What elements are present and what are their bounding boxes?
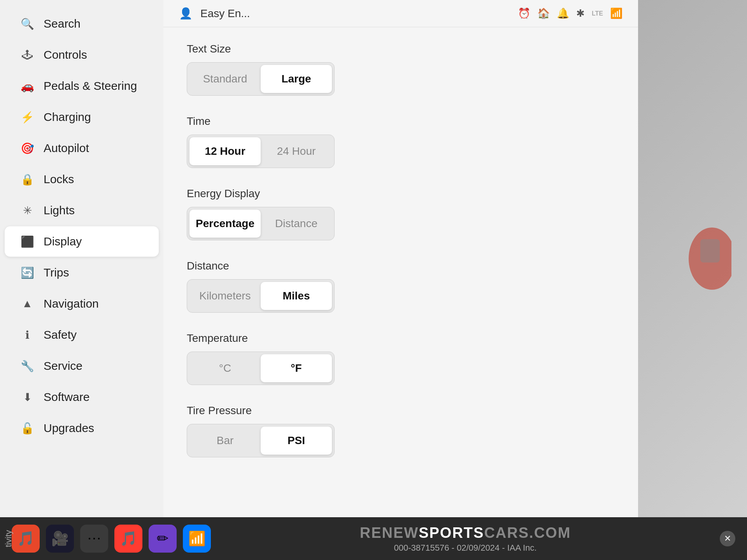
sidebar-item-upgrades[interactable]: 🔓 Upgrades — [5, 413, 159, 443]
sidebar-item-label: Safety — [44, 328, 77, 341]
taskbar-apps: 🎵 🎥 ⋯ 🎵 ✏ 📶 — [12, 525, 211, 553]
software-icon: ⬇ — [20, 391, 34, 404]
distance-section: Distance Kilometers Miles — [187, 260, 615, 313]
tire-pressure-label: Tire Pressure — [187, 404, 615, 417]
time-section: Time 12 Hour 24 Hour — [187, 115, 615, 168]
temperature-fahrenheit-btn[interactable]: °F — [261, 354, 332, 382]
taskbar-right: ✕ — [720, 531, 735, 546]
sidebar-item-locks[interactable]: 🔒 Locks — [5, 164, 159, 194]
app6-icon: 📶 — [188, 530, 206, 547]
energy-percentage-btn[interactable]: Percentage — [189, 210, 261, 238]
sidebar-item-label: Locks — [44, 173, 74, 186]
watermark: RENEWSPORTSCARS.COM — [360, 525, 571, 541]
safety-icon: ℹ — [20, 329, 34, 341]
watermark-cars: CARS.COM — [484, 525, 571, 541]
autopilot-icon: 🎯 — [20, 142, 34, 155]
display-icon: ⬛ — [20, 235, 34, 248]
sidebar-item-software[interactable]: ⬇ Software — [5, 382, 159, 412]
sidebar-item-label: Autopilot — [44, 142, 89, 155]
tire-pressure-bar-btn[interactable]: Bar — [189, 427, 261, 455]
temperature-label: Temperature — [187, 332, 615, 345]
taskbar: tivity 🎵 🎥 ⋯ 🎵 ✏ 📶 RENEWSPORTSCARS.COM 0… — [0, 517, 747, 560]
taskbar-app-5[interactable]: ✏ — [149, 525, 177, 553]
time-12hour-btn[interactable]: 12 Hour — [189, 137, 261, 165]
distance-miles-btn[interactable]: Miles — [261, 282, 332, 310]
app3-icon: ⋯ — [87, 530, 101, 547]
taskbar-app-4[interactable]: 🎵 — [114, 525, 142, 553]
sidebar-item-label: Controls — [44, 48, 87, 61]
sidebar-item-trips[interactable]: 🔄 Trips — [5, 257, 159, 288]
taskbar-app-2[interactable]: 🎥 — [46, 525, 74, 553]
app1-icon: 🎵 — [17, 530, 35, 547]
tire-pressure-psi-btn[interactable]: PSI — [261, 427, 332, 455]
alarm-icon[interactable]: ⏰ — [518, 7, 530, 19]
watermark-sports: SPORTS — [419, 525, 484, 541]
lights-icon: ✳ — [20, 204, 34, 217]
sidebar: 🔍 Search 🕹 Controls 🚗 Pedals & Steering … — [0, 0, 163, 517]
content-area: 👤 Easy En... ⏰ 🏠 🔔 ✱ LTE 📶 Text Size Sta… — [163, 0, 638, 517]
energy-display-toggle-group: Percentage Distance — [187, 207, 335, 240]
sidebar-item-charging[interactable]: ⚡ Charging — [5, 102, 159, 132]
text-size-label: Text Size — [187, 43, 615, 55]
lte-label: LTE — [592, 10, 603, 17]
sidebar-item-lights[interactable]: ✳ Lights — [5, 195, 159, 226]
sidebar-item-label: Software — [44, 390, 89, 404]
navigation-icon: ▲ — [20, 298, 34, 310]
sidebar-item-safety[interactable]: ℹ Safety — [5, 320, 159, 350]
text-size-toggle-group: Standard Large — [187, 62, 335, 96]
sidebar-item-label: Lights — [44, 204, 75, 217]
pedals-icon: 🚗 — [20, 80, 34, 93]
sidebar-item-service[interactable]: 🔧 Service — [5, 351, 159, 381]
text-size-standard-btn[interactable]: Standard — [189, 65, 261, 93]
distance-toggle-group: Kilometers Miles — [187, 279, 335, 313]
bluetooth-icon[interactable]: ✱ — [576, 7, 585, 19]
home-icon[interactable]: 🏠 — [537, 7, 550, 19]
time-label: Time — [187, 115, 615, 128]
app4-icon: 🎵 — [120, 530, 137, 547]
sidebar-item-search[interactable]: 🔍 Search — [5, 9, 159, 39]
taskbar-app-6[interactable]: 📶 — [183, 525, 211, 553]
energy-distance-btn[interactable]: Distance — [261, 210, 332, 238]
car-image — [638, 0, 747, 517]
app2-icon: 🎥 — [51, 530, 69, 547]
close-button[interactable]: ✕ — [720, 531, 735, 546]
sidebar-item-label: Search — [44, 17, 81, 30]
sidebar-item-label: Trips — [44, 266, 69, 279]
user-name: Easy En... — [200, 7, 510, 20]
activity-label: tivity — [4, 530, 14, 547]
sidebar-item-label: Navigation — [44, 297, 99, 310]
distance-km-btn[interactable]: Kilometers — [189, 282, 261, 310]
energy-display-section: Energy Display Percentage Distance — [187, 187, 615, 240]
sidebar-item-label: Display — [44, 235, 82, 248]
car-silhouette — [654, 200, 731, 317]
right-panel — [638, 0, 747, 517]
tire-pressure-toggle-group: Bar PSI — [187, 424, 335, 457]
sidebar-item-label: Charging — [44, 110, 91, 124]
text-size-large-btn[interactable]: Large — [261, 65, 332, 93]
time-24hour-btn[interactable]: 24 Hour — [261, 137, 332, 165]
temperature-celsius-btn[interactable]: °C — [189, 354, 261, 382]
time-toggle-group: 12 Hour 24 Hour — [187, 135, 335, 168]
service-icon: 🔧 — [20, 360, 34, 373]
main-container: 🔍 Search 🕹 Controls 🚗 Pedals & Steering … — [0, 0, 747, 517]
taskbar-app-3[interactable]: ⋯ — [80, 525, 108, 553]
trips-icon: 🔄 — [20, 266, 34, 279]
bell-icon[interactable]: 🔔 — [557, 7, 569, 19]
temperature-section: Temperature °C °F — [187, 332, 615, 385]
sidebar-item-autopilot[interactable]: 🎯 Autopilot — [5, 133, 159, 163]
sidebar-item-pedals-steering[interactable]: 🚗 Pedals & Steering — [5, 71, 159, 101]
sidebar-item-controls[interactable]: 🕹 Controls — [5, 40, 159, 70]
sidebar-item-label: Pedals & Steering — [44, 79, 137, 93]
taskbar-app-1[interactable]: 🎵 — [12, 525, 40, 553]
signal-icon: 📶 — [610, 7, 622, 19]
sidebar-item-navigation[interactable]: ▲ Navigation — [5, 289, 159, 319]
charging-icon: ⚡ — [20, 111, 34, 124]
close-icon: ✕ — [724, 534, 731, 544]
search-icon: 🔍 — [20, 18, 34, 30]
watermark-renew: RENEW — [360, 525, 419, 541]
sidebar-item-display[interactable]: ⬛ Display — [5, 226, 159, 257]
sidebar-item-label: Service — [44, 359, 82, 373]
temperature-toggle-group: °C °F — [187, 352, 335, 385]
user-avatar-icon: 👤 — [179, 7, 193, 20]
text-size-section: Text Size Standard Large — [187, 43, 615, 96]
